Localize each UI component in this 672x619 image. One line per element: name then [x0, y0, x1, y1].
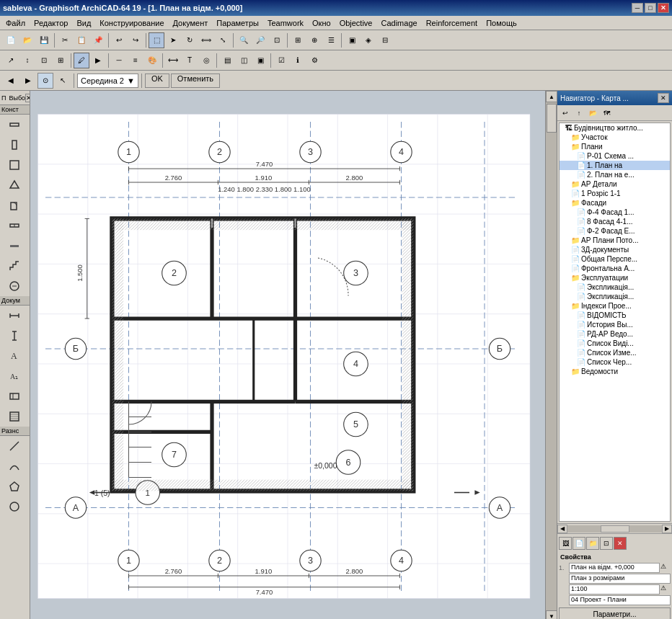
tool-roof[interactable] [0, 175, 29, 195]
tree-item[interactable]: 📄Р-01 Схема ... [560, 151, 670, 161]
menu-window[interactable]: Окно [308, 17, 335, 29]
ortho-button[interactable]: ⊡ [36, 53, 52, 68]
tool-arc[interactable] [0, 456, 29, 476]
nav-scroll-right[interactable]: ▶ [662, 525, 672, 533]
nav-horizontal-scrollbar[interactable]: ◀ ▶ [557, 523, 672, 533]
tree-item[interactable]: 🏗Будівництво житло... [560, 123, 670, 133]
close-button[interactable]: ✕ [658, 3, 669, 13]
more1-button[interactable]: ▤ [219, 53, 235, 68]
fit-button[interactable]: ⊡ [269, 32, 285, 48]
props-btn-3[interactable]: 📁 [586, 537, 599, 550]
check-button[interactable]: ☑ [273, 53, 289, 68]
ok-button[interactable]: OK [145, 74, 169, 88]
parameters-button[interactable]: Параметри... [559, 607, 671, 619]
tool-door[interactable] [0, 195, 29, 215]
tree-item[interactable]: 📁Фасади [560, 198, 670, 208]
tool-fill[interactable] [0, 406, 29, 427]
props-close-button[interactable]: ✕ [614, 537, 627, 550]
navigator-tree[interactable]: 🏗Будівництво житло...📁Участок📁Плани📄Р-01… [559, 123, 671, 522]
menu-document[interactable]: Документ [169, 17, 213, 29]
mirror-button[interactable]: ⟺ [198, 32, 214, 48]
new-button[interactable]: 📄 [3, 32, 19, 48]
open-button[interactable]: 📂 [19, 32, 35, 48]
cancel-button[interactable]: Отменить [171, 74, 220, 88]
arrow-button[interactable]: ➤ [165, 32, 181, 48]
tree-item[interactable]: 📄Ф-2 Фасад Е... [560, 226, 670, 236]
tool-dim[interactable] [0, 306, 29, 326]
nav-scroll-htrack[interactable] [567, 525, 662, 533]
tool-label[interactable] [0, 386, 29, 406]
tool-object[interactable] [0, 276, 29, 296]
menu-view[interactable]: Вид [72, 17, 95, 29]
vertical-scrollbar[interactable]: ▲ ▼ [545, 91, 557, 619]
tree-item[interactable]: 📄1 Розріс 1-1 [560, 189, 670, 198]
cut-button[interactable]: ✂ [57, 32, 73, 48]
redo-button[interactable]: ↪ [128, 32, 143, 48]
symbol-button[interactable]: ◎ [198, 53, 214, 68]
tree-item[interactable]: 📄Ф-4 Фасад 1... [560, 208, 670, 217]
tree-item[interactable]: 📄Экспликація... [560, 282, 670, 292]
dim-button[interactable]: ⟷ [165, 53, 181, 68]
props-btn-1[interactable]: 🖼 [559, 537, 572, 550]
snap-grid-button[interactable]: ↕ [19, 53, 35, 68]
snap-angle-button[interactable]: ↗ [3, 53, 19, 68]
menu-objective[interactable]: Objective [335, 17, 377, 29]
zoom-in-button[interactable]: 🔍 [236, 32, 252, 48]
nav-up-button[interactable]: ↑ [572, 107, 585, 120]
info-button[interactable]: ℹ [290, 53, 306, 68]
panel-close-button[interactable]: ✕ [25, 94, 30, 102]
snap-button[interactable]: ⊕ [306, 32, 322, 48]
tree-item[interactable]: 📁Участок [560, 133, 670, 142]
select-button[interactable]: ⬚ [149, 32, 164, 48]
menu-parameters[interactable]: Параметры [212, 17, 263, 29]
tool-stair[interactable] [0, 256, 29, 276]
tree-item[interactable]: 📁Эксплуатации [560, 273, 670, 282]
nav-scroll-hthumb[interactable] [601, 525, 629, 533]
tree-item[interactable]: 📄Список Чер... [560, 357, 670, 367]
tool-window[interactable] [0, 215, 29, 236]
nav-close-button[interactable]: ✕ [658, 93, 669, 103]
menu-cadimage[interactable]: Cadimage [376, 17, 421, 29]
tool-line[interactable] [0, 436, 29, 456]
text-button[interactable]: T [182, 53, 198, 68]
guide-button[interactable]: ⊞ [53, 53, 68, 68]
layer-button[interactable]: ☰ [323, 32, 339, 48]
tree-item[interactable]: 📄Экспликація... [560, 292, 670, 301]
maximize-button[interactable]: □ [645, 3, 656, 13]
nav-left-button[interactable]: ◀ [3, 73, 19, 89]
tree-item[interactable]: 📁Плани [560, 142, 670, 151]
tree-item[interactable]: 📄1. План на [560, 161, 670, 170]
props-btn-4[interactable]: ⊡ [600, 537, 613, 550]
fill-button[interactable]: ▶ [90, 53, 106, 68]
tree-item[interactable]: 📄Фронтальна А... [560, 264, 670, 273]
tree-item[interactable]: 📄3Д-документы [560, 245, 670, 254]
more3-button[interactable]: ▣ [252, 53, 268, 68]
menu-edit[interactable]: Редактор [30, 17, 72, 29]
tree-item[interactable]: 📄История Вы... [560, 320, 670, 329]
scroll-track[interactable] [546, 102, 557, 610]
rotate-button[interactable]: ↻ [182, 32, 198, 48]
grid-button[interactable]: ⊞ [290, 32, 306, 48]
nav-right-button[interactable]: ▶ [20, 73, 36, 89]
copy-button[interactable]: 📋 [74, 32, 89, 48]
tree-item[interactable]: 📄РД-АР Ведо... [560, 329, 670, 339]
tree-item[interactable]: 📁Індекси Прое... [560, 301, 670, 311]
settings-button[interactable]: ⚙ [306, 53, 322, 68]
tool-text2[interactable]: A₁ [0, 366, 29, 386]
panel-tab-select[interactable]: Выбо [9, 94, 25, 102]
minimize-button[interactable]: ─ [632, 3, 643, 13]
nav-open-button[interactable]: 📂 [586, 107, 599, 120]
tool-column[interactable] [0, 135, 29, 155]
tool-circle[interactable] [0, 496, 29, 517]
tree-item[interactable]: 📄ВІДОМІСТЬ [560, 311, 670, 320]
menu-help[interactable]: Помощь [482, 17, 521, 29]
section-button[interactable]: ⊟ [377, 32, 393, 48]
tool-slab[interactable] [0, 155, 29, 175]
line-type-button[interactable]: ─ [111, 53, 127, 68]
scroll-thumb[interactable] [547, 104, 557, 133]
scroll-up-button[interactable]: ▲ [546, 91, 557, 102]
paste-button[interactable]: 📌 [90, 32, 106, 48]
scale-button[interactable]: ⤡ [215, 32, 231, 48]
tool-wall[interactable] [0, 115, 29, 135]
pen-button[interactable]: 🖊 [74, 53, 89, 68]
